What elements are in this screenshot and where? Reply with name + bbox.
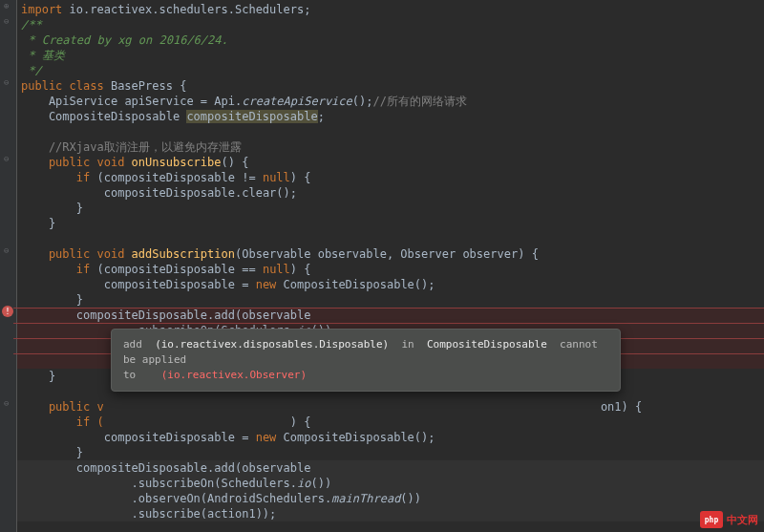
- code-line[interactable]: CompositeDisposable compositeDisposable;: [17, 109, 764, 124]
- code-editor[interactable]: ⊕ ⊖ ⊖ ⊖ ⊖ ! ⊖ import io.reactivex.schedu…: [0, 0, 764, 532]
- code-line[interactable]: if (compositeDisposable != null) {: [17, 170, 764, 185]
- code-line[interactable]: if (compositeDisposable == null) {: [17, 262, 764, 277]
- code-line[interactable]: compositeDisposable.clear();: [17, 185, 764, 201]
- code-line[interactable]: if (compositeDisposable == null) {: [17, 415, 764, 430]
- code-line[interactable]: .subscribe(action1));: [17, 506, 764, 521]
- code-line[interactable]: [17, 124, 764, 139]
- code-line[interactable]: }: [17, 445, 764, 460]
- fold-icon[interactable]: ⊖: [4, 17, 12, 26]
- code-area[interactable]: import io.reactivex.schedulers.Scheduler…: [17, 0, 764, 532]
- code-line[interactable]: compositeDisposable = new CompositeDispo…: [17, 430, 764, 445]
- error-icon[interactable]: !: [2, 306, 13, 317]
- code-line[interactable]: */: [17, 63, 764, 78]
- code-line[interactable]: * Created by xg on 2016/6/24.: [17, 32, 764, 48]
- code-line[interactable]: }: [17, 216, 764, 231]
- code-line[interactable]: [17, 231, 764, 246]
- fold-icon[interactable]: ⊖: [4, 78, 12, 87]
- code-line[interactable]: .subscribeOn(Schedulers.io()): [17, 476, 764, 491]
- code-line[interactable]: compositeDisposable.add(observable: [17, 460, 764, 476]
- error-tooltip: add (io.reactivex.disposables.Disposable…: [111, 329, 621, 392]
- fold-icon[interactable]: ⊖: [4, 399, 12, 408]
- code-line[interactable]: public void onUnsubscribe() {: [17, 155, 764, 170]
- fold-icon[interactable]: ⊕: [4, 2, 12, 11]
- code-line[interactable]: public v on1) {: [17, 399, 764, 415]
- code-line[interactable]: compositeDisposable = new CompositeDispo…: [17, 277, 764, 292]
- watermark-text: 中文网: [727, 513, 758, 527]
- code-line[interactable]: public class BasePress {: [17, 78, 764, 94]
- gutter: ⊕ ⊖ ⊖ ⊖ ⊖ ! ⊖: [0, 0, 17, 532]
- code-line[interactable]: * 基类: [17, 48, 764, 63]
- code-line[interactable]: }: [17, 201, 764, 216]
- code-line[interactable]: //RXjava取消注册，以避免内存泄露: [17, 139, 764, 155]
- code-line[interactable]: ApiService apiService = Api.createApiSer…: [17, 94, 764, 109]
- watermark-logo: php: [700, 511, 723, 528]
- code-line[interactable]: .observeOn(AndroidSchedulers.mainThread(…: [17, 491, 764, 506]
- code-line[interactable]: compositeDisposable.add(observable: [17, 308, 764, 323]
- watermark: php 中文网: [700, 511, 758, 528]
- code-line[interactable]: import io.reactivex.schedulers.Scheduler…: [17, 2, 764, 17]
- fold-icon[interactable]: ⊖: [4, 246, 12, 255]
- code-line[interactable]: /**: [17, 17, 764, 32]
- code-line[interactable]: public void addSubscription(Observable o…: [17, 246, 764, 262]
- code-line[interactable]: }: [17, 292, 764, 308]
- fold-icon[interactable]: ⊖: [4, 155, 12, 163]
